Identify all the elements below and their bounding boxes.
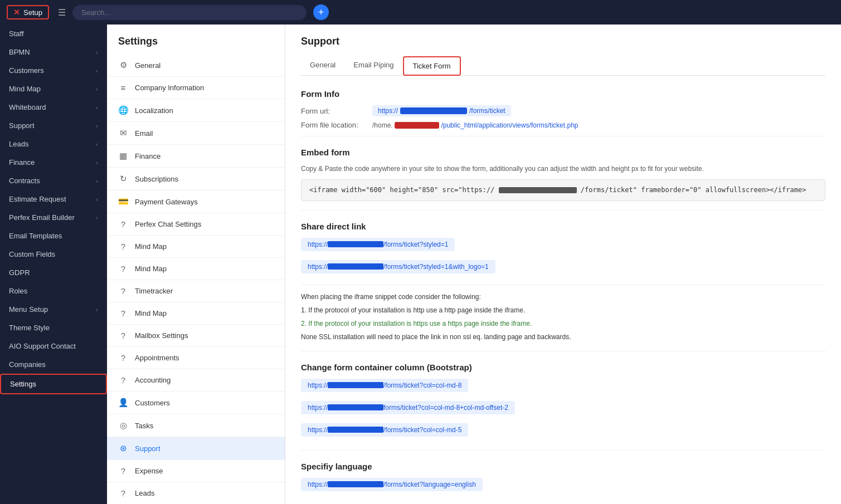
url-redacted <box>400 107 467 114</box>
timetracker-icon: ? <box>118 286 128 296</box>
settings-item-company-information[interactable]: ≡ Company Information <box>107 77 285 99</box>
settings-item-email[interactable]: ✉ Email <box>107 122 285 145</box>
sidebar-item-label: Support <box>9 121 35 130</box>
form-url-row: Form url: https:// /forms/ticket <box>301 105 825 116</box>
close-icon: ✕ <box>13 8 20 17</box>
sidebar-item-bpmn[interactable]: BPMN ‹ <box>0 43 107 61</box>
sidebar-item-customers[interactable]: Customers ‹ <box>0 61 107 80</box>
sidebar-item-label: Companies <box>9 360 46 369</box>
sidebar-item-label: Roles <box>9 287 27 295</box>
sidebar-item-companies[interactable]: Companies <box>0 355 107 374</box>
sidebar-item-label: Mind Map <box>9 85 41 93</box>
share-link-title: Share direct link <box>301 222 825 231</box>
sidebar-item-label: Menu Setup <box>9 305 48 314</box>
sidebar-item-gdpr[interactable]: GDPR <box>0 263 107 282</box>
settings-item-mailbox[interactable]: ? Mailbox Settings <box>107 325 285 347</box>
hamburger-icon[interactable]: ☰ <box>58 7 66 18</box>
chevron-icon: ‹ <box>96 306 98 313</box>
tab-email-piping[interactable]: Email Piping <box>344 56 402 76</box>
chevron-icon: ‹ <box>96 214 98 221</box>
code-redacted <box>499 187 577 193</box>
topbar: ✕ Setup ☰ + <box>0 0 841 25</box>
sidebar-item-staff[interactable]: Staff <box>0 25 107 43</box>
content-area: Settings ⚙ General ≡ Company Information… <box>107 25 841 504</box>
sidebar-item-email-templates[interactable]: Email Templates <box>0 227 107 245</box>
url-prefix: https:// <box>378 107 398 115</box>
add-button[interactable]: + <box>313 4 329 20</box>
sidebar-item-menu-setup[interactable]: Menu Setup ‹ <box>0 300 107 319</box>
sidebar-item-label: Settings <box>10 380 36 388</box>
support-icon: ⊛ <box>118 443 128 453</box>
settings-item-mind-map-3[interactable]: ? Mind Map <box>107 302 285 325</box>
settings-item-localization[interactable]: 🌐 Localization <box>107 99 285 122</box>
sidebar-item-estimate-request[interactable]: Estimate Request ‹ <box>0 190 107 208</box>
sidebar-item-perfex-email-builder[interactable]: Perfex Email Builder ‹ <box>0 208 107 227</box>
sidebar-item-label: AIO Support Contact <box>9 342 76 350</box>
sidebar-item-roles[interactable]: Roles <box>0 282 107 300</box>
settings-item-label: Company Information <box>135 84 204 92</box>
embed-code-block[interactable]: <iframe width="600" height="850" src="ht… <box>301 179 825 201</box>
search-input[interactable] <box>72 5 307 20</box>
settings-item-label: Customers <box>135 399 170 407</box>
share-link-1[interactable]: https:// /forms/ticket?styled=1 <box>301 238 455 251</box>
chevron-icon: ‹ <box>96 49 98 56</box>
url-suffix: /forms/ticket <box>469 107 505 115</box>
settings-item-label: Mind Map <box>135 309 167 317</box>
sidebar-item-support[interactable]: Support ‹ <box>0 116 107 135</box>
container-link1-redacted <box>328 382 383 388</box>
settings-item-appointments[interactable]: ? Appointments <box>107 347 285 369</box>
settings-item-subscriptions[interactable]: ↻ Subscriptions <box>107 168 285 190</box>
settings-item-accounting[interactable]: ? Accounting <box>107 369 285 392</box>
accounting-icon: ? <box>118 375 128 385</box>
list-icon: ≡ <box>118 83 128 92</box>
settings-item-customers[interactable]: 👤 Customers <box>107 392 285 414</box>
share-link-2[interactable]: https:// /forms/ticket?styled=1&with_log… <box>301 260 495 273</box>
settings-item-label: General <box>135 61 161 70</box>
sidebar-item-label: GDPR <box>9 268 30 277</box>
settings-item-payment-gateways[interactable]: 💳 Payment Gateways <box>107 190 285 213</box>
settings-item-leads[interactable]: ? Leads <box>107 482 285 504</box>
sidebar-item-finance[interactable]: Finance ‹ <box>0 153 107 172</box>
iframe-note-2: 2. If the protocol of your installation … <box>301 319 825 329</box>
settings-item-tasks[interactable]: ◎ Tasks <box>107 414 285 437</box>
tab-ticket-form[interactable]: Ticket Form <box>403 56 461 76</box>
settings-item-label: Leads <box>135 489 154 497</box>
iframe-note-3: None SSL installation will need to place… <box>301 332 825 342</box>
settings-item-general[interactable]: ⚙ General <box>107 54 285 77</box>
settings-item-finance[interactable]: ▦ Finance <box>107 145 285 168</box>
tab-general[interactable]: General <box>301 56 344 76</box>
container-link-2[interactable]: https:// forms/ticket?col=col-md-8+col-m… <box>301 401 515 414</box>
sidebar-item-label: Theme Style <box>9 324 50 332</box>
sidebar: Staff BPMN ‹ Customers ‹ Mind Map ‹ Whit… <box>0 25 107 504</box>
form-info-title: Form Info <box>301 89 825 99</box>
language-title: Specifiy language <box>301 462 825 471</box>
settings-item-timetracker[interactable]: ? Timetracker <box>107 280 285 302</box>
chevron-icon: ‹ <box>96 159 98 166</box>
container-link3-redacted <box>328 427 383 433</box>
sidebar-item-whiteboard[interactable]: Whiteboard ‹ <box>0 98 107 116</box>
settings-panel-title: Settings <box>107 25 285 54</box>
sidebar-item-label: Staff <box>9 30 24 38</box>
container-link-3[interactable]: https:// /forms/ticket?col=col-md-5 <box>301 423 468 437</box>
sidebar-item-contracts[interactable]: Contracts ‹ <box>0 172 107 190</box>
sidebar-item-aio-support-contact[interactable]: AIO Support Contact <box>0 337 107 355</box>
sidebar-item-mind-map[interactable]: Mind Map ‹ <box>0 80 107 98</box>
sidebar-item-leads[interactable]: Leads ‹ <box>0 135 107 153</box>
sidebar-item-custom-fields[interactable]: Custom Fields <box>0 245 107 263</box>
settings-item-expense[interactable]: ? Expense <box>107 460 285 482</box>
sidebar-item-settings[interactable]: Settings <box>0 374 107 394</box>
form-url-value[interactable]: https:// /forms/ticket <box>372 105 511 116</box>
settings-item-support[interactable]: ⊛ Support <box>107 437 285 460</box>
sidebar-item-label: Leads <box>9 140 28 148</box>
settings-item-mind-map-1[interactable]: ? Mind Map <box>107 236 285 258</box>
setup-button[interactable]: ✕ Setup <box>7 5 49 19</box>
language-link-1[interactable]: https:// /forms/ticket?language=english <box>301 478 483 491</box>
settings-item-mind-map-2[interactable]: ? Mind Map <box>107 258 285 280</box>
container-link-1[interactable]: https:// /forms/ticket?col=col-md-8 <box>301 379 468 392</box>
sidebar-item-label: Custom Fields <box>9 250 55 258</box>
chevron-icon: ‹ <box>96 86 98 92</box>
sidebar-item-theme-style[interactable]: Theme Style <box>0 319 107 337</box>
appointments-icon: ? <box>118 353 128 363</box>
payment-icon: 💳 <box>118 197 128 207</box>
settings-item-perfex-chat[interactable]: ? Perfex Chat Settings <box>107 213 285 236</box>
